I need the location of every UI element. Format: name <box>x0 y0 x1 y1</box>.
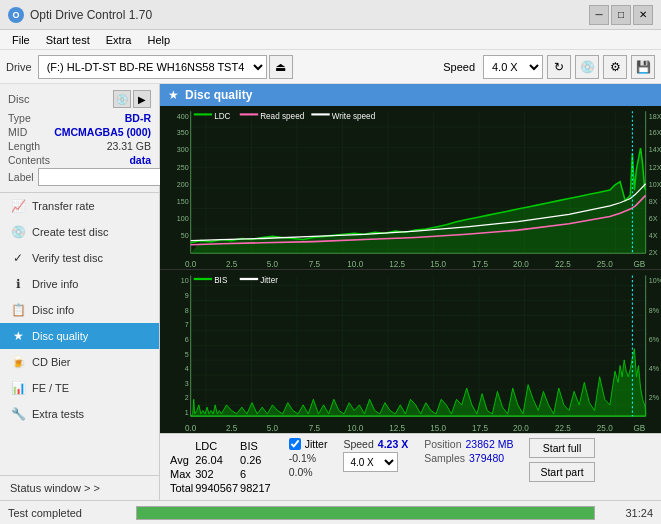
svg-text:6%: 6% <box>649 335 660 344</box>
sidebar-item-label: Create test disc <box>32 226 108 238</box>
sidebar-item-label: Transfer rate <box>32 200 95 212</box>
jitter-row: Jitter <box>289 438 328 450</box>
svg-text:2.5: 2.5 <box>226 259 238 269</box>
jitter-max-val: 0.0% <box>289 466 313 478</box>
svg-text:2X: 2X <box>649 248 658 257</box>
start-part-button[interactable]: Start part <box>529 462 594 482</box>
disc-section-label: Disc <box>8 93 29 105</box>
chart1-svg: 0.0 2.5 5.0 7.5 10.0 12.5 15.0 17.5 20.0… <box>160 106 661 269</box>
menu-bar: File Start test Extra Help <box>0 30 661 50</box>
svg-text:17.5: 17.5 <box>472 259 488 269</box>
close-button[interactable]: ✕ <box>633 5 653 25</box>
start-full-button[interactable]: Start full <box>529 438 594 458</box>
content-area: ★ Disc quality <box>160 84 661 500</box>
svg-text:9: 9 <box>185 291 189 300</box>
disc-icon-btn[interactable]: 💿 <box>113 90 131 108</box>
svg-text:Write speed: Write speed <box>332 111 376 121</box>
save-button[interactable]: 💾 <box>631 55 655 79</box>
disc-quality-icon: ★ <box>10 328 26 344</box>
svg-text:0.0: 0.0 <box>185 422 197 432</box>
svg-text:2: 2 <box>185 393 189 402</box>
sidebar-item-disc-quality[interactable]: ★ Disc quality <box>0 323 159 349</box>
drive-label: Drive <box>6 61 32 73</box>
disc-arrow-btn[interactable]: ▶ <box>133 90 151 108</box>
avg-ldc: 26.04 <box>195 454 238 466</box>
position-row: Position 23862 MB <box>424 438 513 450</box>
sidebar-item-verify-test-disc[interactable]: ✓ Verify test disc <box>0 245 159 271</box>
svg-text:22.5: 22.5 <box>555 259 571 269</box>
total-label: Total <box>170 482 193 494</box>
total-ldc: 9940567 <box>195 482 238 494</box>
svg-text:15.0: 15.0 <box>430 422 446 432</box>
disc-mid-value: CMCMAGBA5 (000) <box>54 126 151 138</box>
drive-info-icon: ℹ <box>10 276 26 292</box>
jitter-label: Jitter <box>305 438 328 450</box>
svg-rect-34 <box>194 113 212 115</box>
disc-button[interactable]: 💿 <box>575 55 599 79</box>
position-label: Position <box>424 438 461 450</box>
menu-extra[interactable]: Extra <box>98 32 140 48</box>
app-icon: O <box>8 7 24 23</box>
status-text: Test completed <box>8 507 128 519</box>
svg-text:100: 100 <box>177 214 189 223</box>
settings-button[interactable]: ⚙ <box>603 55 627 79</box>
disc-contents-label: Contents <box>8 154 50 166</box>
sidebar-item-transfer-rate[interactable]: 📈 Transfer rate <box>0 193 159 219</box>
max-label: Max <box>170 468 193 480</box>
title-bar-controls: ─ □ ✕ <box>589 5 653 25</box>
sidebar-item-drive-info[interactable]: ℹ Drive info <box>0 271 159 297</box>
refresh-button[interactable]: ↻ <box>547 55 571 79</box>
svg-rect-43 <box>191 276 646 417</box>
position-samples-section: Position 23862 MB Samples 379480 <box>424 438 513 464</box>
sidebar-item-fe-te[interactable]: 📊 FE / TE <box>0 375 159 401</box>
speed-target-select[interactable]: 4.0 X <box>343 452 398 472</box>
svg-text:17.5: 17.5 <box>472 422 488 432</box>
svg-text:150: 150 <box>177 197 189 206</box>
svg-text:3: 3 <box>185 378 189 387</box>
svg-text:15.0: 15.0 <box>430 259 446 269</box>
svg-text:8X: 8X <box>649 197 658 206</box>
svg-text:10.0: 10.0 <box>347 259 363 269</box>
svg-text:GB: GB <box>633 259 645 269</box>
disc-info-icon: 📋 <box>10 302 26 318</box>
svg-text:12.5: 12.5 <box>389 259 405 269</box>
bis-header: BIS <box>240 440 271 452</box>
svg-text:22.5: 22.5 <box>555 422 571 432</box>
speed-label-row: Speed 4.23 X <box>343 438 408 450</box>
svg-text:GB: GB <box>633 422 645 432</box>
menu-start-test[interactable]: Start test <box>38 32 98 48</box>
svg-text:200: 200 <box>177 180 189 189</box>
speed-label: Speed <box>443 61 475 73</box>
minimize-button[interactable]: ─ <box>589 5 609 25</box>
eject-button[interactable]: ⏏ <box>269 55 293 79</box>
drive-select[interactable]: (F:) HL-DT-ST BD-RE WH16NS58 TST4 <box>38 55 267 79</box>
toolbar: Drive (F:) HL-DT-ST BD-RE WH16NS58 TST4 … <box>0 50 661 84</box>
svg-text:LDC: LDC <box>214 111 230 121</box>
speed-label: Speed <box>343 438 373 450</box>
stats-table: LDC BIS Avg 26.04 0.26 Max 302 6 Total <box>168 438 273 496</box>
app-title: Opti Drive Control 1.70 <box>30 8 152 22</box>
status-window-button[interactable]: Status window > > <box>0 475 159 500</box>
jitter-checkbox[interactable] <box>289 438 301 450</box>
sidebar-item-label: Extra tests <box>32 408 84 420</box>
svg-text:350: 350 <box>177 128 189 137</box>
menu-file[interactable]: File <box>4 32 38 48</box>
total-bis: 98217 <box>240 482 271 494</box>
speed-select[interactable]: 4.0 X <box>483 55 543 79</box>
disc-type-row: Type BD-R <box>8 112 151 124</box>
svg-rect-38 <box>311 113 329 115</box>
svg-text:20.0: 20.0 <box>513 259 529 269</box>
disc-label-input[interactable] <box>38 168 171 186</box>
menu-help[interactable]: Help <box>139 32 178 48</box>
sidebar-item-label: Disc quality <box>32 330 88 342</box>
svg-rect-74 <box>194 278 212 280</box>
sidebar-item-extra-tests[interactable]: 🔧 Extra tests <box>0 401 159 427</box>
disc-quality-title: Disc quality <box>185 88 252 102</box>
disc-contents-value: data <box>129 154 151 166</box>
sidebar-item-create-test-disc[interactable]: 💿 Create test disc <box>0 219 159 245</box>
maximize-button[interactable]: □ <box>611 5 631 25</box>
sidebar-item-disc-info[interactable]: 📋 Disc info <box>0 297 159 323</box>
sidebar-item-cd-bier[interactable]: 🍺 CD Bier <box>0 349 159 375</box>
svg-text:4%: 4% <box>649 364 660 373</box>
svg-text:BIS: BIS <box>214 275 227 285</box>
